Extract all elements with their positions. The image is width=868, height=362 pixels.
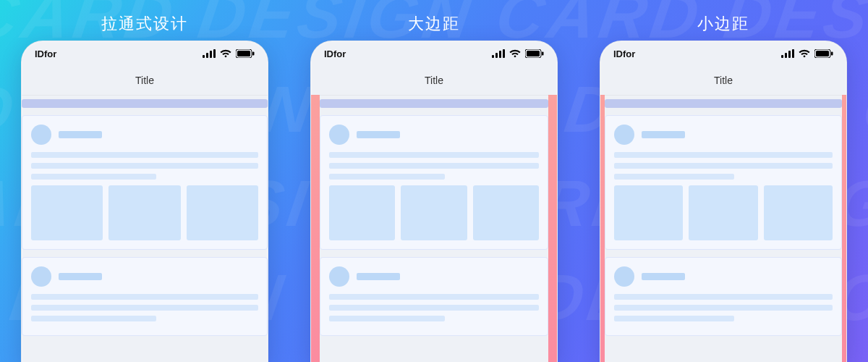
feed [320,95,548,362]
thumbnail [614,185,683,240]
margin-indicator-left [311,95,320,362]
carrier-label: IDfor [35,49,56,59]
avatar [31,266,51,287]
carrier-label: IDfor [613,49,635,59]
signal-icon [203,49,216,58]
thumbnail-row [31,185,258,240]
avatar [614,125,634,145]
segmented-control[interactable] [22,99,268,108]
svg-rect-20 [831,52,833,56]
svg-rect-9 [499,51,501,58]
svg-rect-13 [542,52,544,56]
thumbnail [187,185,258,240]
wifi-icon [220,49,231,58]
avatar [614,266,634,287]
svg-rect-1 [206,53,208,58]
text-line [329,305,539,311]
thumbnail [31,185,103,240]
variant-label-small: 小边距 [579,13,868,35]
nav-bar: Title [22,66,268,96]
text-line [614,294,833,300]
variant-label-full: 拉通式设计 [0,13,289,35]
text-line [31,305,258,311]
status-icons [203,49,255,58]
svg-rect-0 [203,55,205,58]
status-bar: IDfor [22,41,268,66]
svg-rect-10 [503,49,505,58]
status-icons [781,49,833,58]
post-card [320,115,548,250]
text-line [614,152,833,158]
thumbnail [329,185,395,240]
page-title: Title [714,75,733,86]
svg-rect-6 [252,52,255,56]
post-card [605,257,842,336]
segmented-control[interactable] [605,99,842,108]
phone-mockup-full: IDfor Title [21,41,268,362]
segmented-control[interactable] [320,99,548,108]
svg-rect-12 [527,51,540,56]
thumbnail [473,185,539,240]
text-line [614,305,833,311]
post-card [605,115,842,250]
carrier-label: IDfor [324,49,346,59]
svg-rect-7 [492,55,494,58]
variant-label-large: 大边距 [289,13,579,35]
thumbnail [109,185,180,240]
battery-icon [525,49,544,58]
signal-icon [492,49,505,58]
wifi-icon [509,49,521,58]
text-line [614,316,734,321]
text-line [329,316,445,321]
phone-mockup-large: IDfor Title [310,41,558,362]
svg-rect-2 [210,51,212,58]
page-title: Title [135,75,154,86]
thumbnail [764,185,833,240]
battery-icon [814,49,833,58]
svg-rect-17 [792,49,794,58]
svg-rect-8 [495,53,498,58]
text-line [614,174,734,180]
thumbnail [401,185,467,240]
thumbnail-row [614,185,833,240]
status-icons [492,49,544,58]
username-placeholder [642,273,685,280]
thumbnail-row [329,185,539,240]
svg-rect-15 [785,53,787,58]
phone-mockup-small: IDfor Title [600,41,847,362]
battery-icon [236,49,255,58]
avatar [329,266,349,287]
svg-rect-5 [237,51,250,56]
svg-rect-16 [788,51,791,58]
username-placeholder [357,273,400,280]
text-line [31,152,258,158]
post-card [320,257,548,336]
username-placeholder [59,131,102,138]
feed [22,95,268,362]
page-title: Title [425,75,443,86]
text-line [329,174,445,180]
text-line [614,163,833,169]
text-line [329,294,539,300]
text-line [329,163,539,169]
margin-indicator-right [548,95,557,362]
text-line [31,316,156,321]
status-bar: IDfor [600,41,846,66]
svg-rect-19 [816,51,829,56]
post-card [22,257,268,336]
post-card [22,115,268,250]
avatar [31,125,51,145]
username-placeholder [642,131,685,138]
svg-rect-3 [213,49,216,58]
username-placeholder [357,131,400,138]
variant-labels: 拉通式设计 大边距 小边距 [0,13,868,35]
text-line [31,174,156,180]
nav-bar: Title [311,66,557,96]
text-line [31,294,258,300]
username-placeholder [59,273,102,280]
feed [605,95,842,362]
thumbnail [689,185,757,240]
svg-rect-14 [781,55,783,58]
avatar [329,125,349,145]
margin-indicator-right [842,95,846,362]
